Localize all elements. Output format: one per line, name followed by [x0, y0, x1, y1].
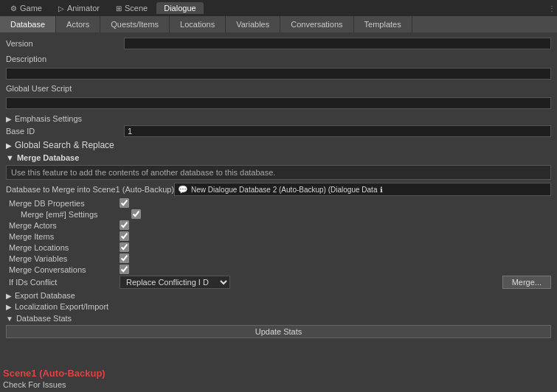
merge-conversations-row: Merge Conversations [9, 265, 551, 274]
description-row: Description [6, 52, 551, 66]
merge-em-settings-checkbox[interactable] [131, 209, 141, 219]
emphasis-settings-label: Emphasis Settings [15, 114, 82, 123]
merge-locations-label: Merge Locations [9, 243, 120, 252]
description-input[interactable] [6, 68, 551, 80]
merge-actors-checkbox[interactable] [120, 220, 129, 230]
stats-section: ▼ Database Stats Update Stats [6, 314, 551, 338]
merge-db-properties-row: Merge DB Properties [9, 198, 551, 208]
window-grip: ⋮ [548, 4, 554, 13]
tab-dialogue[interactable]: Dialogue [156, 2, 203, 14]
tab-game[interactable]: ⚙ Game [3, 2, 49, 14]
global-user-script-label: Global User Script [6, 84, 124, 93]
check-issues-label: Check For Issues [3, 380, 66, 389]
merge-db-properties-checkbox[interactable] [120, 198, 129, 208]
update-stats-button[interactable]: Update Stats [6, 325, 551, 338]
global-user-script-row: Global User Script [6, 82, 551, 95]
tab-quests-items[interactable]: Quests/Items [100, 16, 170, 32]
main-tabs: Database Actors Quests/Items Locations V… [0, 16, 557, 32]
merge-locations-row: Merge Locations [9, 242, 551, 252]
version-row: Version [6, 37, 551, 50]
tab-database[interactable]: Database [0, 16, 56, 32]
base-id-input[interactable] [124, 125, 551, 137]
export-database-label: Export Database [15, 291, 75, 300]
localization-section[interactable]: ▶ Localization Export/Import [6, 302, 551, 311]
scene-icon: ⊞ [116, 4, 122, 13]
emphasis-settings-arrow: ▶ [6, 115, 12, 123]
merge-conversations-checkbox[interactable] [120, 265, 129, 274]
merge-db-value[interactable]: 💬 New Dialogue Database 2 (Auto-Backup) … [174, 183, 551, 196]
global-search-label: Global Search & Replace [15, 140, 114, 150]
merge-database-header[interactable]: ▼ Merge Database [6, 153, 551, 162]
merge-actors-label: Merge Actors [9, 221, 120, 230]
merge-database-label: Merge Database [17, 153, 79, 162]
tab-variables[interactable]: Variables [226, 16, 280, 32]
description-label: Description [6, 55, 124, 63]
db-icon: 💬 [178, 185, 188, 195]
export-database-arrow: ▶ [6, 292, 12, 300]
merge-db-properties-label: Merge DB Properties [9, 199, 120, 208]
global-search-section[interactable]: ▶ Global Search & Replace [6, 140, 551, 150]
emphasis-settings-section[interactable]: ▶ Emphasis Settings [6, 114, 551, 123]
tab-scene[interactable]: ⊞ Scene [108, 2, 155, 14]
global-search-arrow: ▶ [6, 141, 12, 150]
merge-items-row: Merge Items [9, 231, 551, 241]
version-label: Version [6, 39, 124, 48]
tab-animator[interactable]: ▷ Animator [51, 2, 107, 14]
game-icon: ⚙ [10, 4, 17, 13]
export-database-section[interactable]: ▶ Export Database [6, 291, 551, 300]
conflict-label: If IDs Conflict [9, 278, 120, 287]
merge-database-arrow: ▼ [6, 153, 14, 162]
tab-actors[interactable]: Actors [56, 16, 100, 32]
title-bar: ⚙ Game ▷ Animator ⊞ Scene Dialogue ⋮ [0, 0, 557, 16]
merge-info-box: Use this feature to add the contents of … [6, 165, 551, 180]
localization-label: Localization Export/Import [15, 302, 108, 311]
merge-items-label: Merge Items [9, 232, 120, 241]
merge-variables-label: Merge Variables [9, 254, 120, 263]
merge-conversations-label: Merge Conversations [9, 265, 120, 274]
database-stats-header[interactable]: ▼ Database Stats [6, 314, 551, 323]
conflict-select[interactable]: Replace Conflicting I D Keep Original Me… [120, 276, 230, 289]
version-input[interactable] [124, 38, 551, 49]
base-id-label: Base ID [6, 127, 124, 136]
animator-icon: ▷ [58, 4, 64, 13]
database-stats-arrow: ▼ [6, 315, 13, 323]
db-info-icon: ℹ [380, 186, 383, 194]
tab-templates[interactable]: Templates [354, 16, 412, 32]
tab-locations[interactable]: Locations [170, 16, 226, 32]
merge-em-settings-row: Merge [em#] Settings [21, 209, 551, 219]
bottom-overlay-text: Scene1 (Auto-Backup) [3, 368, 105, 379]
merge-button[interactable]: Merge... [502, 276, 551, 289]
tab-conversations[interactable]: Conversations [280, 16, 353, 32]
base-id-row: Base ID [6, 125, 551, 138]
merge-actors-row: Merge Actors [9, 220, 551, 230]
merge-variables-row: Merge Variables [9, 253, 551, 263]
global-user-script-input[interactable] [6, 97, 551, 109]
merge-db-row: Database to Merge into Scene1 (Auto-Back… [6, 183, 551, 196]
localization-arrow: ▶ [6, 303, 12, 311]
db-value-text: New Dialogue Database 2 (Auto-Backup) (D… [191, 186, 377, 194]
conflict-row: If IDs Conflict Replace Conflicting I D … [9, 276, 551, 289]
content-area: Version Description Global User Script ▶… [0, 32, 557, 392]
merge-locations-checkbox[interactable] [120, 242, 129, 252]
merge-items-checkbox[interactable] [120, 231, 129, 241]
merge-em-settings-label: Merge [em#] Settings [21, 210, 131, 219]
merge-db-label: Database to Merge into Scene1 (Auto-Back… [6, 185, 174, 194]
database-stats-label: Database Stats [16, 314, 72, 323]
merge-database-section: ▼ Merge Database Use this feature to add… [6, 153, 551, 289]
merge-variables-checkbox[interactable] [120, 253, 129, 263]
